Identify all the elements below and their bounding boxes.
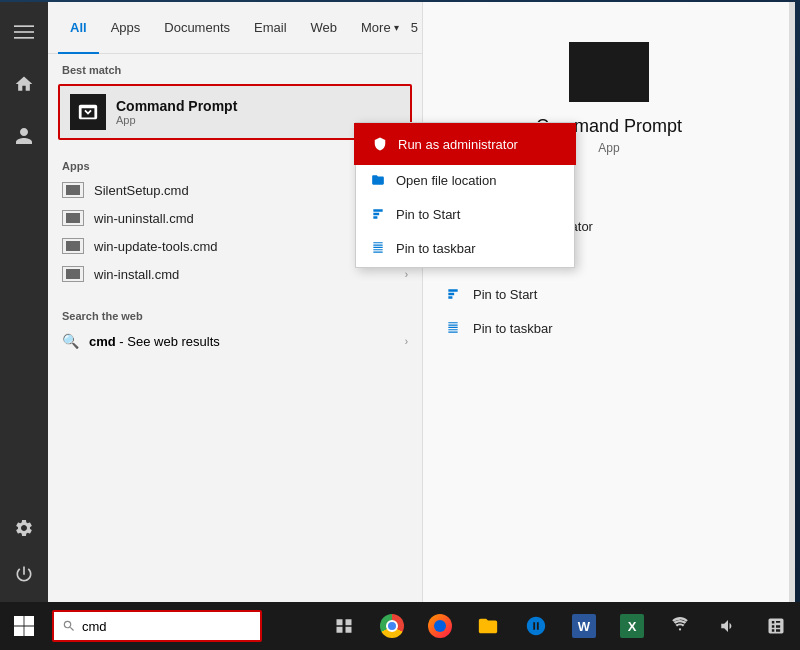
sidebar-item-settings[interactable]: [4, 508, 44, 548]
sidebar-item-home[interactable]: [4, 64, 44, 104]
pin-start-icon: [443, 284, 463, 304]
sidebar: [0, 2, 48, 602]
tab-email[interactable]: Email: [242, 2, 299, 54]
chrome-icon[interactable]: [368, 602, 416, 650]
excel-icon[interactable]: X: [608, 602, 656, 650]
pin-start-icon: [368, 204, 388, 224]
score-badge: 5: [411, 20, 418, 35]
chevron-down-icon: ▾: [394, 22, 399, 33]
svg-rect-1: [14, 31, 34, 33]
sidebar-item-user[interactable]: [4, 116, 44, 156]
search-input[interactable]: [82, 619, 252, 634]
context-menu-item-run-admin[interactable]: Run as administrator: [354, 123, 576, 165]
quick-action-pin-taskbar[interactable]: Pin to taskbar: [443, 311, 775, 345]
start-menu: All Apps Documents Email Web More ▾ 5: [0, 2, 795, 602]
pin-taskbar-icon: [443, 318, 463, 338]
shield-icon: [370, 134, 390, 154]
file-explorer-icon[interactable]: [464, 602, 512, 650]
search-web-section: Search the web 🔍 cmd - See web results ›: [48, 294, 422, 362]
cmd-app-icon: [70, 94, 106, 130]
taskbar-icons: W X: [320, 602, 800, 650]
sidebar-item-power[interactable]: [4, 554, 44, 594]
svg-rect-0: [14, 25, 34, 27]
cmd-file-icon: [62, 182, 84, 198]
best-match-label: Best match: [48, 54, 422, 80]
task-view-button[interactable]: [320, 602, 368, 650]
search-icon: 🔍: [62, 333, 79, 349]
calculator-icon[interactable]: [752, 602, 800, 650]
taskbar-search[interactable]: [52, 610, 262, 642]
volume-icon[interactable]: [704, 602, 752, 650]
chevron-right-icon: ›: [405, 269, 408, 280]
scrollbar[interactable]: [789, 2, 795, 602]
taskbar: W X: [0, 602, 800, 650]
pin-taskbar-icon: [368, 238, 388, 258]
tab-more[interactable]: More ▾: [349, 2, 411, 54]
svg-rect-2: [14, 37, 34, 39]
context-menu-item-open-location[interactable]: Open file location: [356, 163, 574, 197]
best-match-text: Command Prompt App: [116, 98, 237, 126]
detail-panel: Command Prompt App Open Run as administr…: [423, 2, 795, 602]
cmd-file-icon: [62, 210, 84, 226]
quick-action-pin-start[interactable]: Pin to Start: [443, 277, 775, 311]
edge-icon[interactable]: [512, 602, 560, 650]
context-menu-item-pin-start[interactable]: Pin to Start: [356, 197, 574, 231]
tab-documents[interactable]: Documents: [152, 2, 242, 54]
cmd-file-icon: [62, 266, 84, 282]
app-info-type: App: [598, 141, 619, 155]
search-web-label: Search the web: [48, 300, 422, 326]
best-match-type: App: [116, 114, 237, 126]
tab-all[interactable]: All: [58, 2, 99, 54]
sidebar-item-menu[interactable]: [4, 12, 44, 52]
tabs-bar: All Apps Documents Email Web More ▾ 5: [48, 2, 422, 54]
app-preview-image: [569, 42, 649, 102]
search-panel: All Apps Documents Email Web More ▾ 5: [48, 2, 423, 602]
tab-apps[interactable]: Apps: [99, 2, 153, 54]
tab-web[interactable]: Web: [299, 2, 350, 54]
firefox-icon[interactable]: [416, 602, 464, 650]
start-button[interactable]: [0, 602, 48, 650]
context-menu: Run as administrator Open file location …: [355, 122, 575, 268]
context-menu-item-pin-taskbar[interactable]: Pin to taskbar: [356, 231, 574, 265]
chevron-right-icon: ›: [405, 336, 408, 347]
folder-icon: [368, 170, 388, 190]
word-icon[interactable]: W: [560, 602, 608, 650]
network-icon[interactable]: [656, 602, 704, 650]
best-match-name: Command Prompt: [116, 98, 237, 114]
cmd-file-icon: [62, 238, 84, 254]
search-web-item[interactable]: 🔍 cmd - See web results ›: [48, 326, 422, 356]
